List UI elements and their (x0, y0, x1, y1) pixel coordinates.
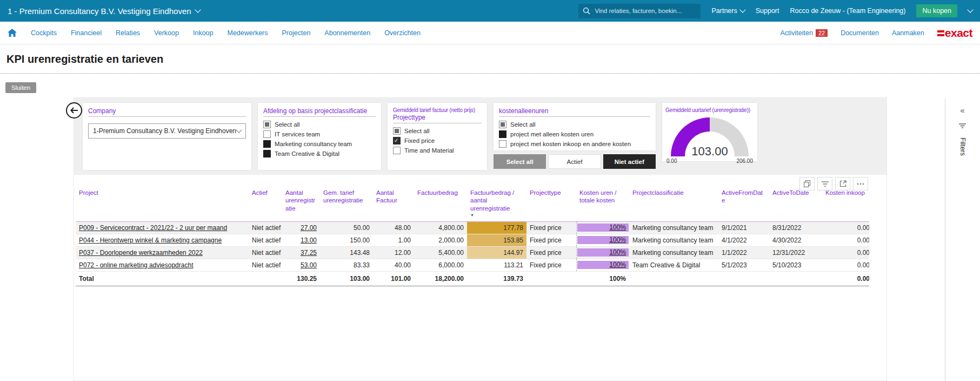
cell-active-to: 4/30/2022 (769, 234, 822, 246)
checkbox-marketing-team[interactable]: Marketing consultancy team (263, 140, 376, 148)
search-icon (583, 7, 590, 15)
uren-link[interactable]: 37.25 (301, 249, 317, 257)
exact-logo: exact (937, 27, 972, 40)
niet-actief-button[interactable]: Niet actief (603, 154, 656, 169)
company-dropdown-value: 1-Premium Consultancy B.V. Vestiging Ein… (93, 127, 236, 135)
column-header-projectclassificatie[interactable]: Projectclassificatie (629, 187, 718, 221)
nav-verkoop[interactable]: Verkoop (154, 29, 179, 37)
nav-abonnementen[interactable]: Abonnementen (324, 29, 370, 37)
user-menu[interactable]: Rocco de Zeeuw - (Team Engineering) (790, 7, 905, 15)
cell-projecttype: Fixed price (526, 234, 576, 246)
cell-kosten-inkoop: 0.00 (822, 234, 869, 246)
column-header-kosten-inkoop[interactable]: Kosten inkoop (822, 187, 869, 221)
checkbox-it-services[interactable]: IT services team (263, 130, 376, 138)
chevron-down-icon[interactable] (967, 6, 973, 12)
column-header-label: Factuurbedrag / aantal urenregistratie (470, 189, 514, 212)
project-link[interactable]: P009 - Servicecontract - 2021/22 - 2 uur… (79, 224, 227, 232)
project-link[interactable]: P072 - online marketing adviesopdracht (79, 261, 193, 269)
column-header-kosten-uren[interactable]: Kosten uren / totale kosten (576, 187, 629, 221)
home-icon[interactable] (8, 29, 17, 37)
column-header-projecttype[interactable]: Projecttype (526, 187, 576, 221)
uren-link[interactable]: 27.00 (301, 224, 317, 232)
column-header-aantal-factuur[interactable]: Aantal Factuur (373, 187, 414, 221)
buy-now-button[interactable]: Nu kopen (916, 4, 957, 17)
cell-classificatie: Marketing consultancy team (629, 221, 718, 234)
table-row: P072 - online marketing adviesopdracht N… (76, 259, 869, 271)
checkbox-fixed-price[interactable]: Fixed price (393, 137, 482, 144)
support-link[interactable]: Support (756, 7, 779, 15)
global-search[interactable] (578, 4, 701, 18)
nav-overzichten[interactable]: Overzichten (384, 29, 421, 37)
checkbox-team-creative[interactable]: Team Creative & Digital (263, 150, 376, 157)
cell-kosten-pct: 100% (576, 234, 629, 246)
actief-button[interactable]: Actief (548, 154, 601, 169)
filter-panel-kosten-stack: kostenalleenuren Select all project met … (494, 103, 656, 170)
chevron-down-icon (236, 127, 242, 133)
nav-documenten[interactable]: Documenten (841, 29, 879, 37)
column-header-gem-tarief[interactable]: Gem. tarief urenregistratie (320, 187, 373, 221)
cell-factuurbedrag: 4,800.00 (414, 221, 467, 234)
checkbox-icon (393, 137, 401, 144)
cell-aantal-factuur: 1.00 (373, 234, 414, 246)
checkbox-icon (499, 140, 506, 148)
checkbox-icon (499, 121, 506, 128)
cell-kosten-inkoop: 0.00 (822, 259, 869, 271)
pct-link[interactable]: 100% (609, 261, 626, 268)
column-header-project[interactable]: Project (76, 187, 249, 221)
gauge-card: Gemiddeld uurtarief (urenregistratie)) 1… (662, 103, 757, 161)
uren-link[interactable]: 53.00 (301, 261, 317, 269)
total-aantal-factuur: 101.00 (373, 271, 414, 286)
kpi-table: Project Actief Aantal urenregistratie Ge… (76, 187, 869, 286)
nav-medewerkers[interactable]: Medewerkers (228, 29, 268, 37)
gauge-value: 103.00 (671, 144, 749, 159)
pct-link[interactable]: 100% (609, 224, 626, 231)
checkbox-select-all[interactable]: Select all (393, 127, 482, 135)
filter-lines-icon[interactable] (959, 123, 966, 129)
activities-count-badge: 22 (816, 29, 828, 37)
select-all-button[interactable]: Select all (494, 154, 546, 169)
checkbox-select-all[interactable]: Select all (263, 121, 376, 128)
search-input[interactable] (594, 7, 696, 15)
nav-inkoop[interactable]: Inkoop (193, 29, 214, 37)
column-header-actief[interactable]: Actief (249, 187, 282, 221)
filter-panel-projecttype: Gemiddeld tarief factuur (netto prijs) P… (388, 103, 487, 170)
pct-link[interactable]: 100% (609, 248, 626, 256)
collapse-panel-icon[interactable]: « (960, 106, 964, 114)
column-header-aantal-uren[interactable]: Aantal urenregistratie (282, 187, 320, 221)
project-link[interactable]: P037 - Doorlopende werkzaamheden 2022 (79, 249, 203, 257)
company-dropdown[interactable]: 1-Premium Consultancy B.V. Vestiging Ein… (88, 123, 246, 139)
table-header-row: Project Actief Aantal urenregistratie Ge… (76, 187, 869, 221)
uren-link[interactable]: 13.00 (301, 237, 317, 244)
checkbox-kosten-inkoop-andere[interactable]: project met kosten inkoop en andere kost… (499, 140, 650, 148)
nav-relaties[interactable]: Relaties (116, 29, 140, 37)
column-header-activetodate[interactable]: ActiveToDate (769, 187, 822, 221)
total-label: Total (76, 271, 249, 286)
checkbox-time-material[interactable]: Time and Material (393, 147, 482, 154)
pct-link[interactable]: 100% (609, 236, 626, 244)
nav-activiteiten[interactable]: Activiteiten22 (780, 29, 828, 37)
column-header-factuurbedrag-per-uur[interactable]: Factuurbedrag / aantal urenregistratie▼ (467, 187, 526, 221)
partners-menu[interactable]: Partners (711, 7, 744, 15)
project-link[interactable]: P044 - Herontwerp winkel & marketing cam… (79, 237, 222, 244)
nav-projecten[interactable]: Projecten (282, 29, 311, 37)
close-button[interactable]: Sluiten (5, 82, 36, 93)
cell-kosten-pct: 100% (576, 246, 629, 259)
column-header-factuurbedrag[interactable]: Factuurbedrag (414, 187, 467, 221)
cell-actief: Niet actief (249, 259, 282, 271)
filters-rail-label[interactable]: Filters (959, 137, 966, 156)
checkbox-alleen-kosten-uren[interactable]: project met alleen kosten uren (499, 130, 650, 138)
exact-logo-text: exact (945, 27, 972, 40)
checkbox-label: Marketing consultancy team (275, 141, 352, 147)
cell-classificatie: Marketing consultancy team (629, 246, 718, 259)
company-selector[interactable]: 1 - Premium Consultancy B.V. Vestiging E… (8, 6, 200, 16)
nav-cockpits[interactable]: Cockpits (31, 29, 57, 37)
checkbox-select-all[interactable]: Select all (499, 121, 650, 128)
cell-actief: Niet actief (249, 246, 282, 259)
back-arrow-icon[interactable] (66, 102, 82, 119)
nav-aanmaken[interactable]: Aanmaken (892, 29, 924, 37)
nav-financieel[interactable]: Financieel (71, 29, 102, 37)
checkbox-label: Select all (510, 121, 536, 128)
total-kosten-inkoop: 0.00 (822, 271, 869, 286)
filter-title: Afdeling op basis projectclassificatie (263, 107, 376, 117)
column-header-activefromdate[interactable]: ActiveFromDate (718, 187, 769, 221)
